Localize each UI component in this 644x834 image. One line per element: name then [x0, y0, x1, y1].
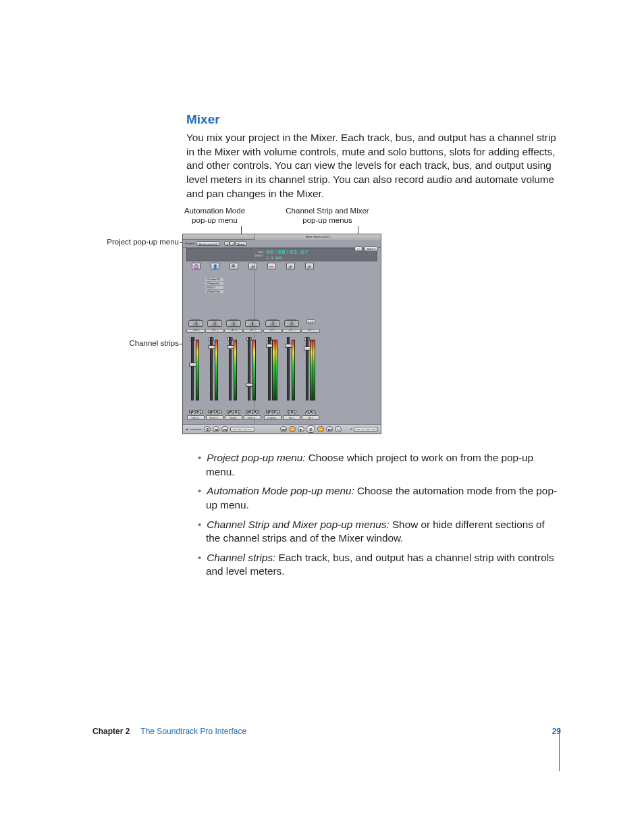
mixer-show-popup[interactable]: Show ▾ — [364, 246, 378, 251]
project-popup[interactable]: Street scene 9 — [196, 241, 220, 246]
effects-slots[interactable]: ▹1 Limiter Pk ▹2 Expander ▹3 Dist 2 ▹4 H… — [205, 277, 223, 293]
pan-control[interactable] — [188, 320, 203, 327]
fader[interactable] — [189, 363, 196, 367]
go-start-button[interactable]: ⏮ — [280, 426, 287, 432]
callout-automation-1: Automation Mode — [178, 206, 252, 215]
page-footer: Chapter 2 The Soundtrack Pro Interface 2… — [92, 727, 561, 736]
chapter-label: Chapter 2 — [92, 727, 130, 736]
next-button[interactable]: ⏩ — [317, 426, 324, 432]
list-item: Project pop-up menu: Choose which projec… — [206, 451, 561, 479]
pan-control[interactable] — [226, 320, 241, 327]
output-name[interactable]: Out 1 — [302, 415, 319, 420]
rewind-icon[interactable]: ⏮ — [213, 426, 219, 432]
fader[interactable] — [208, 345, 215, 349]
callout-automation-2: pop-up menu — [178, 215, 252, 225]
chapter-title: The Soundtrack Pro Interface — [140, 727, 246, 736]
window-title: Mixer: Street scene 9 — [254, 234, 381, 240]
bus-name[interactable]: Bus 1 — [283, 415, 300, 420]
db-value[interactable]: 0 ▾ — [205, 329, 224, 333]
bullet-list: Project pop-up menu: Choose which projec… — [198, 451, 561, 584]
callout-mixer-2: pop-up menus — [280, 215, 375, 225]
bus-icon[interactable]: 🔊 — [286, 263, 295, 269]
pan-control[interactable] — [284, 320, 299, 327]
track-icon[interactable]: 🔊 — [248, 263, 257, 269]
page-edge-marker — [559, 728, 560, 771]
stop-button[interactable]: ⦿ — [306, 425, 315, 433]
db-value[interactable]: -32 ▾ — [224, 329, 243, 333]
track-name[interactable]: Street n… — [244, 415, 261, 420]
section-paragraph: You mix your project in the Mixer. Each … — [186, 131, 561, 201]
go-start-icon[interactable]: ◀ — [186, 427, 188, 431]
callout-project-popup: Project pop-up menu — [91, 238, 179, 246]
track-name[interactable]: Scene 3… — [206, 415, 223, 420]
figure: Automation Mode pop-up menu Channel Stri… — [91, 206, 469, 234]
beats-value: 2.3.193 — [267, 256, 309, 261]
automation-mode-popup[interactable]: Read — [235, 241, 247, 246]
track-name[interactable]: Transiti… — [225, 415, 242, 420]
record-icon[interactable]: ⦿ — [204, 426, 211, 432]
list-item: Automation Mode pop-up menu: Choose the … — [206, 484, 561, 512]
fader[interactable] — [246, 383, 253, 387]
go-end-button[interactable]: ⏭ — [326, 426, 333, 432]
loop-button[interactable]: ↻ — [335, 426, 342, 432]
db-value[interactable]: -26 ▾ — [186, 329, 205, 333]
section-heading: Mixer — [186, 112, 561, 127]
track-icon[interactable]: ♒ — [192, 263, 200, 269]
pan-control[interactable] — [265, 320, 280, 327]
output-icon[interactable]: 🔊 — [305, 263, 314, 269]
track-icon[interactable]: ▭ — [267, 263, 276, 269]
channel-strips — [186, 336, 320, 403]
fader[interactable] — [227, 345, 234, 349]
cycle-icon[interactable]: ↺ — [350, 427, 352, 431]
channel-strip-popup[interactable]: ⬚ — [354, 246, 363, 251]
play-button[interactable]: ▶ — [298, 426, 304, 432]
fader[interactable] — [285, 344, 292, 348]
skip-icon[interactable]: ⏭ — [221, 426, 228, 432]
track-name[interactable]: Looping… — [264, 415, 281, 420]
beats-label: BEATS — [255, 255, 264, 258]
db-value[interactable]: 0 ▾ — [301, 329, 320, 333]
db-value[interactable]: 0 ▾ — [282, 329, 301, 333]
callout-channel-strips: Channel strips — [91, 339, 179, 347]
callout-mixer-1: Channel Strip and Mixer — [280, 206, 375, 215]
pan-control[interactable] — [207, 320, 222, 327]
timecode: 00:00:03.07 — [267, 249, 309, 256]
prev-button[interactable]: ⏪ — [289, 426, 296, 432]
mute-button[interactable]: ⦿ — [189, 410, 193, 413]
pan-control[interactable] — [245, 320, 260, 327]
list-item: Channel Strip and Mixer pop-up menus: Sh… — [206, 518, 561, 546]
list-item: Channel strips: Each track, bus, and out… — [206, 551, 561, 579]
track-icon[interactable]: 👤 — [211, 263, 219, 269]
db-value[interactable]: 0 ▾ — [243, 329, 262, 333]
track-icon[interactable]: 🏛 — [230, 263, 238, 269]
mixer-screenshot: Mixer: Street scene 9 Project: Street sc… — [182, 234, 381, 434]
transport-tc-right: 00:00:00.00 — [354, 427, 378, 432]
solo-button[interactable]: M — [194, 410, 198, 413]
track-name[interactable]: Track 4… — [187, 415, 205, 420]
project-label: Project: — [185, 242, 195, 245]
db-value[interactable]: 0 ▾ — [263, 329, 282, 333]
transport-tc-left: 00:00:03.07 — [230, 427, 254, 432]
transport-bar: ◀ ⦿ ⏮ ⏭ 00:00:03.07 ⏮ ⏪ ▶ ⦿ ⏩ ⏭ ↻ ↺ 00:0… — [183, 424, 381, 434]
